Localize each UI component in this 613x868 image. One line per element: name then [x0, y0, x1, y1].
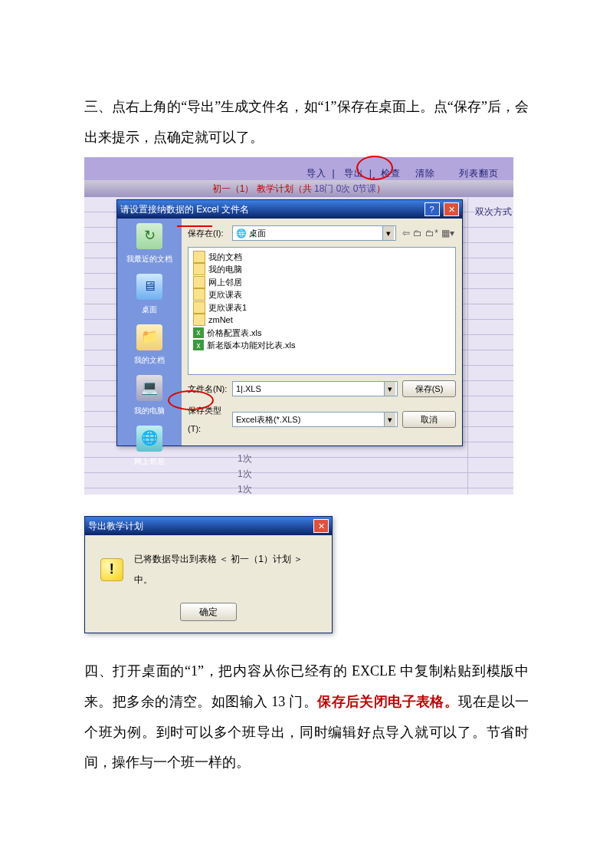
confirm-titlebar: 导出教学计划 ✕ — [85, 517, 332, 535]
xls-icon: x — [193, 340, 204, 350]
screenshot-confirm-dialog: 导出教学计划 ✕ ! 已将数据导出到表格 ＜ 初一（1）计划 ＞ 中。 确定 — [84, 516, 333, 633]
sidebar-recent[interactable]: ↻我最近的文档 — [126, 223, 172, 268]
desktop-icon: 🖥 — [136, 274, 162, 300]
network-icon: 🌐 — [136, 426, 162, 452]
grid-cell-1ci-c: 1次 — [238, 479, 252, 499]
help-button[interactable]: ? — [425, 202, 440, 216]
folder-icon: 📁 — [136, 324, 162, 350]
list-item[interactable]: 我的文档 — [193, 251, 451, 264]
folder-icon — [193, 314, 205, 326]
list-item[interactable]: 更欣课表 — [193, 288, 451, 301]
up-icon[interactable]: 🗀 — [413, 228, 422, 238]
xls-icon: x — [193, 327, 204, 338]
recent-icon: ↻ — [136, 223, 162, 249]
filename-input[interactable]: 1|.XLS — [232, 381, 398, 396]
list-item[interactable]: 更欣课表1 — [193, 301, 451, 314]
sidebar-desktop[interactable]: 🖥桌面 — [136, 274, 162, 318]
paragraph-4: 四、打开桌面的“1”，把内容从你已经有的 EXCLE 中复制粘贴到模版中来。把多… — [84, 656, 529, 778]
screenshot-save-dialog: 导入| 导出| 检查 清除 列表翻页 初一（1） 教学计划（共 18门 0次 0… — [84, 157, 513, 495]
save-dialog-sidebar: ↻我最近的文档 🖥桌面 📁我的文档 💻我的电脑 🌐网上邻居 — [117, 219, 182, 446]
list-item[interactable]: zmNet — [193, 314, 451, 327]
annotation-underline-desktop — [177, 225, 212, 227]
sidebar-computer[interactable]: 💻我的电脑 — [134, 375, 165, 419]
save-dialog-titlebar: 请设置接纳数据的 Excel 文件名 ? ✕ — [117, 200, 462, 219]
subtitle-bar: 初一（1） 教学计划（共 18门 0次 0节课） — [84, 180, 513, 197]
folder-icon — [193, 301, 205, 314]
save-button[interactable]: 保存(S) — [402, 380, 456, 397]
warning-icon: ! — [100, 558, 123, 581]
folder-icon — [193, 251, 205, 263]
network-icon — [193, 276, 205, 288]
sidebar-docs[interactable]: 📁我的文档 — [134, 324, 165, 369]
view-icon[interactable]: ▦▾ — [441, 228, 454, 238]
right-label: 双次方式 — [475, 202, 512, 222]
save-dialog-title: 请设置接纳数据的 Excel 文件名 — [120, 199, 249, 219]
close-button[interactable]: ✕ — [444, 202, 459, 216]
toolbar-import[interactable]: 导入 — [306, 168, 326, 179]
back-icon[interactable]: ⇦ — [402, 228, 410, 238]
computer-icon: 💻 — [136, 375, 162, 401]
cancel-button[interactable]: 取消 — [402, 411, 456, 428]
list-item[interactable]: x新老版本功能对比表.xls — [193, 339, 451, 352]
toolbar-clear[interactable]: 清除 — [415, 168, 435, 179]
file-list[interactable]: 我的文档 我的电脑 网上邻居 更欣课表 更欣课表1 zmNet x价格配置表.x… — [188, 247, 456, 375]
computer-icon — [193, 263, 205, 275]
sidebar-network[interactable]: 🌐网上邻居 — [134, 426, 165, 470]
list-item[interactable]: 网上邻居 — [193, 276, 451, 289]
folder-icon — [193, 288, 205, 301]
confirm-message: 已将数据导出到表格 ＜ 初一（1）计划 ＞ 中。 — [134, 549, 321, 590]
nav-icons[interactable]: ⇦🗀🗀*▦▾ — [401, 223, 456, 243]
filetype-combo[interactable]: Excel表格(*.XLS) — [232, 412, 398, 427]
toolbar-flip[interactable]: 列表翻页 — [459, 168, 499, 179]
paragraph-3: 三、点右上角的“导出”生成文件名，如“1”保存在桌面上。点“保存”后，会出来提示… — [84, 92, 529, 153]
list-item[interactable]: 我的电脑 — [193, 263, 451, 276]
confirm-title: 导出教学计划 — [88, 516, 143, 536]
annotation-circle-filename — [168, 390, 214, 410]
save-in-combo[interactable]: 🌐 桌面 — [232, 225, 396, 241]
list-item[interactable]: x价格配置表.xls — [193, 327, 451, 340]
ok-button[interactable]: 确定 — [180, 603, 237, 621]
save-dialog: 请设置接纳数据的 Excel 文件名 ? ✕ ↻我最近的文档 🖥桌面 📁我的文档… — [116, 199, 463, 446]
close-button[interactable]: ✕ — [313, 519, 329, 533]
emphasis-save-close: 保存后关闭电子表格。 — [317, 694, 458, 709]
newfolder-icon[interactable]: 🗀* — [425, 228, 438, 238]
